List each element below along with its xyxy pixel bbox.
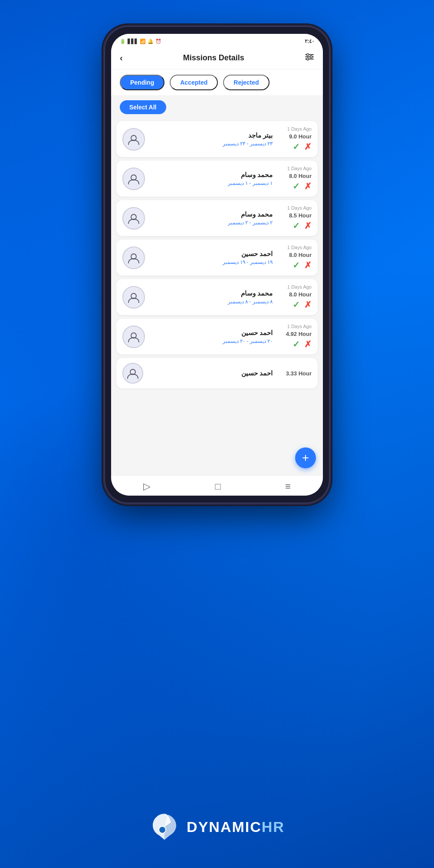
avatar-3 (122, 247, 145, 269)
mission-info-6: احمد حسين (148, 369, 273, 377)
accept-button-1[interactable]: ✓ (293, 181, 300, 191)
mission-card-4: محمد وسام ٨ ديسمبر - ٨ ديسمبر 1 Days Ago… (116, 279, 318, 315)
avatar-0 (122, 128, 145, 151)
mission-info-5: احمد حسين ٢٠ ديسمبر - ٢٠ ديسمبر (149, 329, 273, 344)
signal-bars: ▋▋▋ (128, 39, 138, 44)
nav-home-icon[interactable]: □ (215, 481, 220, 492)
mission-name-5: احمد حسين (149, 329, 273, 337)
mission-name-2: محمد وسام (149, 210, 273, 218)
brand-row: DYNAMICHR (149, 812, 285, 842)
reject-button-2[interactable]: ✗ (304, 220, 312, 231)
page-title: Missions Details (183, 53, 244, 62)
phone-device: 🔋 ▋▋▋ 📶 🔔 ⏰ ٢:٤٠ ‹ Missions Details (104, 26, 330, 503)
svg-point-13 (159, 826, 166, 833)
avatar-5 (122, 326, 145, 348)
brand-footer: DYNAMICHR (0, 812, 434, 842)
action-btns-1: ✓ ✗ (293, 181, 312, 191)
status-time: ٢:٤٠ (305, 38, 314, 44)
mission-info-3: احمد حسين ١٩ ديسمبر - ١٩ ديسمبر (149, 250, 273, 265)
mission-list: بيتر ماجد ٢٣ ديسمبر - ٢٣ ديسمبر 1 Days A… (111, 118, 323, 475)
avatar-1 (122, 168, 145, 190)
alarm-icon: ⏰ (155, 39, 161, 44)
tab-accepted[interactable]: Accepted (170, 75, 218, 90)
wifi-indicator: 📶 (140, 39, 146, 44)
brand-name: DYNAMICHR (187, 819, 285, 835)
mission-hours-0: 9.0 Hour (289, 133, 312, 140)
mission-right-6: 3.33 Hour (277, 370, 312, 377)
reject-button-3[interactable]: ✗ (304, 260, 312, 270)
mission-date-1: ١ ديسمبر - ١ ديسمبر (149, 180, 273, 186)
avatar-6 (122, 363, 143, 384)
svg-point-5 (307, 58, 309, 60)
battery-indicator: 🔋 (120, 39, 126, 44)
mission-hours-5: 4.92 Hour (286, 331, 312, 337)
mission-name-0: بيتر ماجد (149, 132, 273, 139)
mission-right-5: 1 Days Ago 4.92 Hour ✓ ✗ (277, 324, 312, 349)
accept-button-0[interactable]: ✓ (293, 141, 300, 152)
mission-hours-1: 8.0 Hour (289, 173, 312, 179)
accept-button-3[interactable]: ✓ (293, 260, 300, 270)
mission-card-6: احمد حسين 3.33 Hour (116, 358, 318, 388)
select-all-button[interactable]: Select All (120, 100, 166, 114)
mission-date-3: ١٩ ديسمبر - ١٩ ديسمبر (149, 259, 273, 265)
accept-button-4[interactable]: ✓ (293, 299, 300, 310)
filter-button[interactable] (305, 52, 314, 64)
mission-days-ago-2: 1 Days Ago (287, 205, 312, 210)
accept-button-2[interactable]: ✓ (293, 220, 300, 231)
action-btns-2: ✓ ✗ (293, 220, 312, 231)
mission-info-4: محمد وسام ٨ ديسمبر - ٨ ديسمبر (149, 289, 273, 305)
tab-rejected[interactable]: Rejected (223, 75, 269, 90)
action-btns-4: ✓ ✗ (293, 299, 312, 310)
reject-button-5[interactable]: ✗ (304, 339, 312, 349)
mission-hours-6: 3.33 Hour (286, 370, 312, 377)
mission-name-3: احمد حسين (149, 250, 273, 258)
back-button[interactable]: ‹ (120, 53, 123, 63)
status-left: 🔋 ▋▋▋ 📶 🔔 ⏰ (120, 39, 161, 44)
mission-right-3: 1 Days Ago 8.0 Hour ✓ ✗ (277, 245, 312, 270)
mission-info-2: محمد وسام ٢ ديسمبر - ٢ ديسمبر (149, 210, 273, 226)
mission-right-4: 1 Days Ago 8.0 Hour ✓ ✗ (277, 284, 312, 310)
mission-card-5: احمد حسين ٢٠ ديسمبر - ٢٠ ديسمبر 1 Days A… (116, 319, 318, 355)
tab-pending[interactable]: Pending (120, 75, 164, 90)
mission-name-1: محمد وسام (149, 171, 273, 179)
nav-menu-icon[interactable]: ≡ (285, 481, 291, 492)
mission-card-3: احمد حسين ١٩ ديسمبر - ١٩ ديسمبر 1 Days A… (116, 240, 318, 276)
action-btns-5: ✓ ✗ (293, 339, 312, 349)
mission-date-0: ٢٣ ديسمبر - ٢٣ ديسمبر (149, 141, 273, 147)
phone-screen: 🔋 ▋▋▋ 📶 🔔 ⏰ ٢:٤٠ ‹ Missions Details (111, 34, 323, 496)
mission-hours-2: 8.5 Hour (289, 212, 312, 219)
reject-button-1[interactable]: ✗ (304, 181, 312, 191)
mission-right-0: 1 Days Ago 9.0 Hour ✓ ✗ (277, 126, 312, 152)
reject-button-4[interactable]: ✗ (304, 299, 312, 310)
mission-days-ago-0: 1 Days Ago (287, 126, 312, 132)
accept-button-5[interactable]: ✓ (293, 339, 300, 349)
mission-date-5: ٢٠ ديسمبر - ٢٠ ديسمبر (149, 338, 273, 344)
mission-days-ago-4: 1 Days Ago (287, 284, 312, 289)
fab-add-button[interactable]: + (295, 447, 316, 468)
mission-name-4: محمد وسام (149, 289, 273, 297)
mission-info-1: محمد وسام ١ ديسمبر - ١ ديسمبر (149, 171, 273, 186)
reject-button-0[interactable]: ✗ (304, 141, 312, 152)
nav-play-icon[interactable]: ▷ (143, 481, 151, 492)
avatar-2 (122, 207, 145, 230)
mission-date-2: ٢ ديسمبر - ٢ ديسمبر (149, 220, 273, 226)
bottom-nav: ▷ □ ≡ (111, 475, 323, 496)
mission-hours-4: 8.0 Hour (289, 291, 312, 298)
mission-card-1: محمد وسام ١ ديسمبر - ١ ديسمبر 1 Days Ago… (116, 161, 318, 197)
mission-days-ago-5: 1 Days Ago (287, 324, 312, 329)
mission-right-1: 1 Days Ago 8.0 Hour ✓ ✗ (277, 166, 312, 191)
mission-card-2: محمد وسام ٢ ديسمبر - ٢ ديسمبر 1 Days Ago… (116, 200, 318, 236)
tabs-row: Pending Accepted Rejected (111, 69, 323, 96)
action-btns-0: ✓ ✗ (293, 141, 312, 152)
app-header: ‹ Missions Details (111, 47, 323, 69)
status-bar: 🔋 ▋▋▋ 📶 🔔 ⏰ ٢:٤٠ (111, 34, 323, 47)
svg-point-3 (307, 54, 309, 56)
mission-card-0: بيتر ماجد ٢٣ ديسمبر - ٢٣ ديسمبر 1 Days A… (116, 121, 318, 157)
mission-days-ago-3: 1 Days Ago (287, 245, 312, 250)
mission-right-2: 1 Days Ago 8.5 Hour ✓ ✗ (277, 205, 312, 231)
select-all-row: Select All (111, 96, 323, 118)
mission-info-0: بيتر ماجد ٢٣ ديسمبر - ٢٣ ديسمبر (149, 132, 273, 147)
action-btns-3: ✓ ✗ (293, 260, 312, 270)
notification-icon: 🔔 (148, 39, 154, 44)
mission-name-6: احمد حسين (148, 369, 273, 377)
